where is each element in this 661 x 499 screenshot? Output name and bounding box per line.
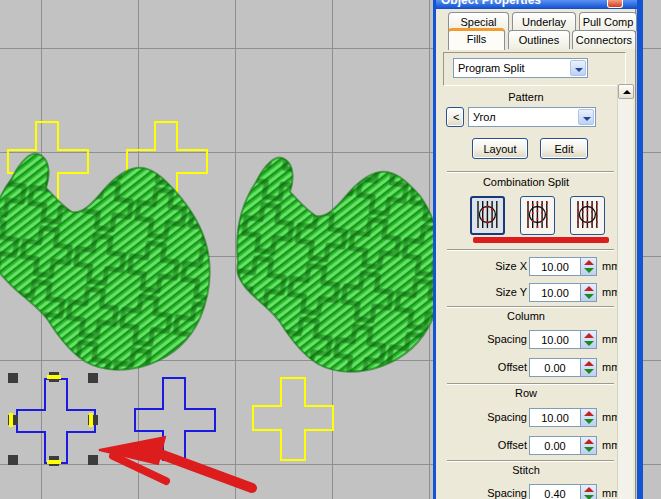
selection-handle[interactable] — [8, 455, 18, 465]
separator — [447, 460, 614, 462]
row-offset-spinner[interactable] — [580, 437, 596, 454]
row-spacing-field[interactable] — [529, 408, 597, 427]
spin-down-icon[interactable] — [584, 341, 594, 346]
combination-split-dashed-lines-icon — [525, 199, 550, 230]
row-offset-input[interactable] — [530, 437, 580, 454]
spin-up-icon[interactable] — [584, 487, 594, 492]
annotation-underline — [473, 237, 609, 243]
spin-down-icon[interactable] — [584, 294, 594, 299]
separator — [447, 249, 614, 251]
column-section-label: Column — [436, 310, 616, 322]
combination-split-option-1[interactable] — [470, 196, 505, 235]
chevron-down-icon[interactable] — [578, 109, 594, 125]
pattern-select[interactable]: Угол — [468, 107, 596, 127]
row-offset-label: Offset — [498, 439, 527, 451]
panel-title: Object Properties — [441, 0, 541, 7]
spin-down-icon[interactable] — [584, 495, 594, 499]
combination-split-option-2[interactable] — [520, 196, 555, 235]
tab-underlay[interactable]: Underlay — [512, 12, 576, 31]
selection-handle[interactable] — [88, 373, 98, 383]
spin-up-icon[interactable] — [584, 333, 594, 338]
size-y-input[interactable] — [530, 284, 580, 301]
object-properties-panel: Object Properties Special Underlay Pull … — [433, 0, 643, 499]
fill-style-value: Program Split — [458, 62, 525, 74]
stitch-spacing-label: Spacing — [487, 487, 527, 499]
row-offset-field[interactable] — [529, 436, 597, 455]
size-y-field[interactable] — [529, 283, 597, 302]
size-x-field[interactable] — [529, 257, 597, 276]
spin-up-icon[interactable] — [584, 286, 594, 291]
separator — [447, 306, 614, 308]
pattern-section-label: Pattern — [436, 91, 616, 103]
column-spacing-field[interactable] — [529, 330, 597, 349]
scroll-up-icon[interactable] — [618, 84, 634, 99]
pattern-prev-button[interactable]: < — [446, 107, 464, 127]
app-window: Object Properties Special Underlay Pull … — [0, 0, 661, 499]
spin-down-icon[interactable] — [584, 369, 594, 374]
layout-button[interactable]: Layout — [472, 138, 528, 159]
column-offset-spinner[interactable] — [580, 359, 596, 376]
edit-button[interactable]: Edit — [540, 138, 588, 159]
stitch-spacing-spinner[interactable] — [580, 485, 596, 499]
spin-up-icon[interactable] — [584, 439, 594, 444]
close-icon[interactable] — [607, 0, 623, 8]
size-x-label: Size X — [495, 260, 527, 272]
size-x-spinner[interactable] — [580, 258, 596, 275]
tab-outlines[interactable]: Outlines — [508, 30, 570, 49]
row-spacing-spinner[interactable] — [580, 409, 596, 426]
column-offset-field[interactable] — [529, 358, 597, 377]
column-spacing-spinner[interactable] — [580, 331, 596, 348]
column-offset-label: Offset — [498, 361, 527, 373]
fill-style-select[interactable]: Program Split — [453, 58, 588, 78]
panel-titlebar[interactable]: Object Properties — [436, 0, 637, 9]
size-y-spinner[interactable] — [580, 284, 596, 301]
size-x-input[interactable] — [530, 258, 580, 275]
pattern-value: Угол — [473, 111, 496, 123]
row-spacing-label: Spacing — [487, 411, 527, 423]
size-y-label: Size Y — [495, 286, 527, 298]
panel-scrollbar[interactable] — [617, 84, 633, 499]
combination-split-dense-dashed-lines-icon — [575, 199, 600, 230]
stitch-spacing-field[interactable] — [529, 484, 597, 499]
combination-split-option-3[interactable] — [570, 196, 605, 235]
tab-pull-comp[interactable]: Pull Comp — [579, 12, 637, 31]
spin-up-icon[interactable] — [584, 260, 594, 265]
spin-down-icon[interactable] — [584, 268, 594, 273]
selection-handle[interactable] — [8, 373, 18, 383]
tab-connectors[interactable]: Connectors — [572, 30, 636, 49]
spin-down-icon[interactable] — [584, 419, 594, 424]
column-offset-input[interactable] — [530, 359, 580, 376]
tab-fills[interactable]: Fills — [448, 28, 505, 50]
selection-handle[interactable] — [88, 455, 98, 465]
separator — [447, 171, 614, 173]
combination-split-section-label: Combination Split — [436, 176, 616, 188]
spin-down-icon[interactable] — [584, 447, 594, 452]
column-spacing-input[interactable] — [530, 331, 580, 348]
stitch-spacing-input[interactable] — [530, 485, 580, 499]
row-section-label: Row — [436, 387, 616, 399]
row-spacing-input[interactable] — [530, 409, 580, 426]
separator — [447, 383, 614, 385]
chevron-down-icon[interactable] — [570, 60, 586, 76]
column-spacing-label: Spacing — [487, 333, 527, 345]
spin-up-icon[interactable] — [584, 411, 594, 416]
spin-up-icon[interactable] — [584, 361, 594, 366]
combination-split-solid-lines-icon — [475, 199, 500, 230]
stitch-section-label: Stitch — [436, 464, 616, 476]
